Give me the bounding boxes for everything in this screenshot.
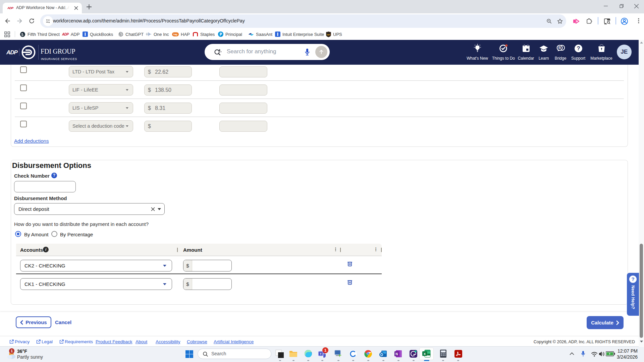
- svg-text:x: x: [424, 352, 426, 356]
- svg-text:T: T: [320, 352, 322, 356]
- svg-text:B: B: [558, 46, 561, 50]
- svg-text:hap: hap: [173, 33, 177, 36]
- svg-text:ups: ups: [327, 33, 330, 35]
- svg-text:N: N: [395, 352, 398, 356]
- svg-text:?: ?: [577, 45, 580, 52]
